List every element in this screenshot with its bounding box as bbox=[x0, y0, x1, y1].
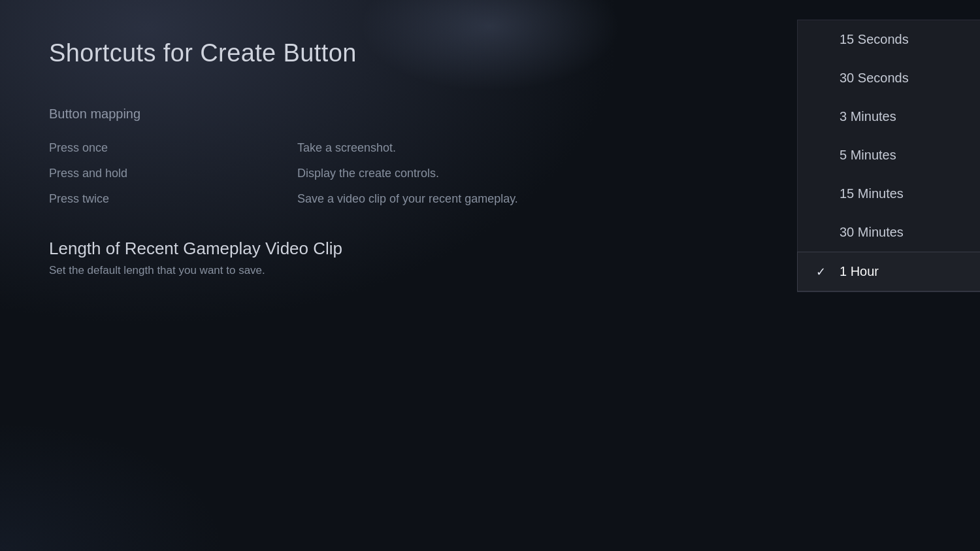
dropdown-item[interactable]: 3 Minutes bbox=[798, 97, 980, 136]
dropdown-item[interactable]: 30 Seconds bbox=[798, 59, 980, 97]
dropdown-item[interactable]: 30 Minutes bbox=[798, 213, 980, 252]
dropdown-item[interactable]: 15 Seconds bbox=[798, 20, 980, 59]
mapping-label: Press and hold bbox=[49, 167, 297, 180]
mapping-value: Display the create controls. bbox=[297, 167, 439, 180]
dropdown-item-label: 3 Minutes bbox=[840, 109, 896, 124]
mapping-label: Press once bbox=[49, 141, 297, 155]
dropdown-panel: 15 Seconds30 Seconds3 Minutes5 Minutes15… bbox=[797, 20, 980, 292]
checkmark-icon: ✓ bbox=[816, 265, 830, 279]
dropdown-item[interactable]: 5 Minutes bbox=[798, 136, 980, 175]
dropdown-item-label: 15 Seconds bbox=[840, 32, 909, 47]
mapping-value: Take a screenshot. bbox=[297, 141, 396, 155]
mapping-value: Save a video clip of your recent gamepla… bbox=[297, 192, 518, 206]
dropdown-item-label: 5 Minutes bbox=[840, 148, 896, 163]
dropdown-item[interactable]: ✓1 Hour bbox=[797, 252, 980, 292]
dropdown-item-label: 1 Hour bbox=[840, 264, 879, 279]
dropdown-item-label: 30 Seconds bbox=[840, 71, 909, 86]
mapping-label: Press twice bbox=[49, 192, 297, 206]
dropdown-item[interactable]: 15 Minutes bbox=[798, 175, 980, 213]
dropdown-item-label: 15 Minutes bbox=[840, 186, 904, 201]
dropdown-item-label: 30 Minutes bbox=[840, 225, 904, 240]
